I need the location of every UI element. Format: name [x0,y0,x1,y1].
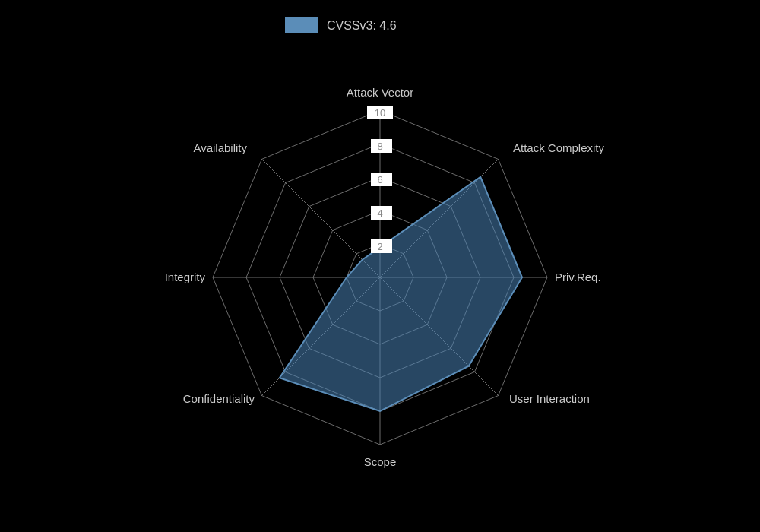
label-integrity: Integrity [165,271,206,283]
label-user-interaction: User Interaction [509,392,590,405]
cvss-data-polygon [280,177,522,411]
scale-label-6: 6 [377,174,382,185]
label-confidentiality: Confidentiality [183,392,255,405]
legend-color-box [285,17,318,33]
legend-label: CVSSv3: 4.6 [327,19,397,32]
chart-container: CVSSv3: 4.6 [0,0,760,532]
scale-label-4: 4 [377,207,382,219]
label-availability: Availability [193,141,247,154]
label-attack-complexity: Attack Complexity [513,141,605,154]
label-attack-vector: Attack Vector [347,86,413,99]
label-priv-req: Priv.Req. [555,271,601,283]
scale-label-8: 8 [377,141,382,152]
scale-label-2: 2 [377,241,382,252]
scale-label-10: 10 [375,107,385,119]
label-scope: Scope [364,455,397,468]
